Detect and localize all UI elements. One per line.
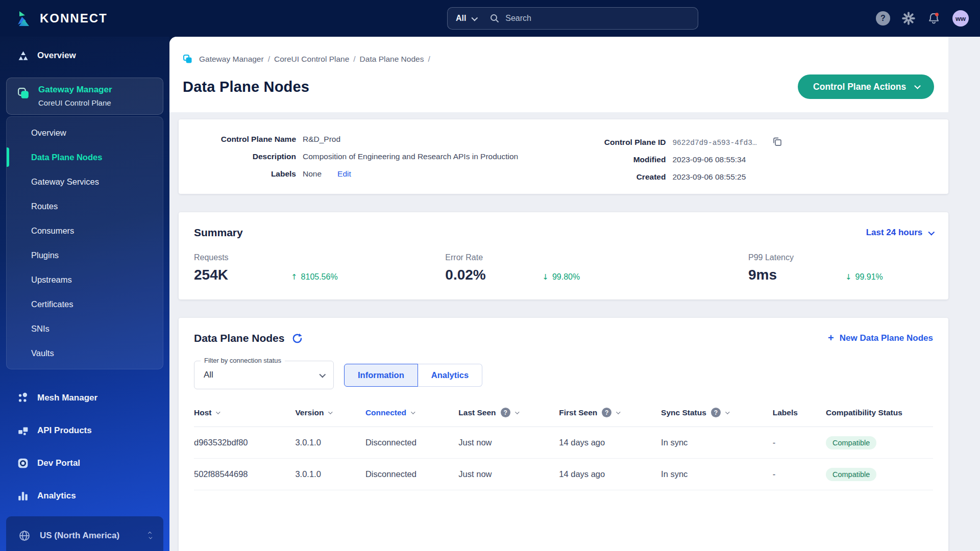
column-label: Last Seen (458, 408, 496, 417)
control-plane-info-card: Control Plane Name R&D_Prod Description … (179, 119, 948, 194)
column-header-sync-status[interactable]: Sync Status? (661, 408, 773, 417)
info-label: Control Plane ID (600, 138, 666, 147)
metric-requests: Requests254K↑8105.56% (194, 253, 445, 283)
breadcrumb-segment-gateway-manager[interactable]: Gateway Manager (199, 55, 264, 64)
edit-labels-link[interactable]: Edit (337, 169, 351, 179)
gateway-manager-title: Gateway Manager (38, 85, 112, 95)
column-header-compatibility-status[interactable]: Compatibility Status (826, 408, 933, 417)
chevron-down-icon (915, 83, 921, 89)
column-header-last-seen[interactable]: Last Seen? (458, 408, 559, 417)
globe-icon (18, 530, 31, 542)
breadcrumb-segment-data-plane-nodes[interactable]: Data Plane Nodes (360, 55, 424, 64)
search-input[interactable] (505, 14, 690, 23)
column-label: First Seen (559, 408, 597, 417)
table-row[interactable]: d963532bdf803.0.1.0DisconnectedJust now1… (194, 427, 933, 459)
gateway-submenu: OverviewData Plane NodesGateway Services… (6, 116, 163, 369)
region-sort-icon (149, 532, 151, 539)
control-plane-icon (183, 54, 193, 64)
table-header: HostVersionConnectedLast Seen?First Seen… (194, 408, 933, 427)
sidebar-gateway-manager[interactable]: Gateway Manager CoreUI Control Plane (6, 78, 163, 115)
region-label: US (North America) (40, 531, 119, 541)
metric-change: ↓99.80% (542, 272, 580, 282)
gear-icon[interactable] (902, 12, 915, 25)
tab-information[interactable]: Information (344, 364, 418, 387)
data-plane-nodes-card: Data Plane Nodes + New Data Plane Nodes … (179, 318, 948, 551)
control-plane-actions-button[interactable]: Control Plane Actions (798, 74, 934, 99)
arrow-down-icon: ↓ (845, 272, 852, 282)
sidebar-item-snis[interactable]: SNIs (7, 316, 163, 341)
filter-label: Filter by connection status (201, 357, 285, 364)
summary-card: Summary Last 24 hours Requests254K↑8105.… (179, 212, 948, 299)
user-avatar[interactable]: ww (952, 10, 969, 27)
sidebar-item-api-products[interactable]: API Products (0, 414, 169, 447)
sidebar-item-gateway-services[interactable]: Gateway Services (7, 169, 163, 194)
column-label: Connected (365, 408, 406, 417)
new-data-plane-nodes-button[interactable]: + New Data Plane Nodes (828, 333, 933, 344)
sidebar-item-consumers[interactable]: Consumers (7, 218, 163, 243)
chevron-down-icon (472, 14, 478, 20)
sidebar-item-overview[interactable]: Overview (7, 120, 163, 145)
connection-status-filter[interactable]: Filter by connection status All (194, 361, 334, 389)
refresh-icon[interactable] (291, 333, 303, 344)
sidebar-item-dev-portal[interactable]: Dev Portal (0, 447, 169, 480)
tab-analytics[interactable]: Analytics (418, 364, 482, 387)
info-row-id: Control Plane ID 9622d7d9-a593-4fd3… (600, 135, 933, 147)
copy-icon[interactable] (772, 136, 782, 146)
column-header-version[interactable]: Version (295, 408, 365, 417)
metric-change-value: 8105.56% (301, 272, 338, 282)
sidebar: Overview Gateway Manager CoreUI Control … (0, 37, 169, 551)
sidebar-item-mesh-manager[interactable]: Mesh Manager (0, 382, 169, 414)
help-icon[interactable]: ? (711, 408, 721, 417)
sidebar-item-data-plane-nodes[interactable]: Data Plane Nodes (7, 145, 163, 169)
chevron-down-icon (320, 371, 326, 377)
search-scope-dropdown[interactable]: All (456, 14, 489, 23)
column-header-host[interactable]: Host (194, 408, 295, 417)
help-icon[interactable]: ? (501, 408, 510, 417)
sidebar-item-plugins[interactable]: Plugins (7, 243, 163, 267)
sort-chevron-icon (411, 410, 415, 414)
breadcrumb-segment-coreui-control-plane[interactable]: CoreUI Control Plane (274, 55, 349, 64)
region-selector[interactable]: US (North America) (6, 516, 163, 551)
column-label: Compatibility Status (826, 408, 902, 417)
column-label: Sync Status (661, 408, 706, 417)
info-label: Description (194, 152, 296, 161)
title-row: Data Plane Nodes Control Plane Actions (183, 74, 934, 99)
page-header: Gateway Manager/CoreUI Control Plane/Dat… (169, 37, 948, 112)
info-label: Modified (600, 155, 666, 164)
metric-label: P99 Latency (748, 253, 933, 262)
sidebar-item-overview[interactable]: Overview (0, 44, 169, 67)
sort-chevron-icon (725, 410, 729, 414)
control-plane-name-value: R&D_Prod (303, 135, 340, 144)
sidebar-item-vaults[interactable]: Vaults (7, 341, 163, 365)
column-header-first-seen[interactable]: First Seen? (559, 408, 661, 417)
sidebar-item-upstreams[interactable]: Upstreams (7, 267, 163, 292)
sort-chevron-icon (329, 410, 333, 414)
notification-bell-icon[interactable] (927, 12, 941, 26)
overview-icon (17, 50, 29, 62)
new-data-plane-nodes-label: New Data Plane Nodes (840, 333, 933, 343)
compatibility-badge: Compatible (826, 468, 876, 481)
sidebar-item-certificates[interactable]: Certificates (7, 292, 163, 316)
metric-label: Error Rate (445, 253, 748, 262)
summary-title: Summary (194, 227, 243, 239)
table-row[interactable]: 502f885446983.0.1.0DisconnectedJust now1… (194, 459, 933, 490)
breadcrumb-separator: / (428, 55, 430, 64)
metric-value: 254K (194, 267, 291, 283)
column-header-labels[interactable]: Labels (773, 408, 826, 417)
time-range-value: Last 24 hours (866, 228, 923, 238)
sidebar-item-label: API Products (37, 425, 92, 436)
konnect-logo[interactable]: KONNECT (13, 0, 108, 37)
labels-value: None (303, 169, 322, 179)
sidebar-item-routes[interactable]: Routes (7, 194, 163, 218)
help-icon[interactable]: ? (602, 408, 611, 417)
arrow-down-icon: ↓ (542, 272, 549, 282)
column-header-connected[interactable]: Connected (365, 408, 458, 417)
time-range-dropdown[interactable]: Last 24 hours (866, 228, 933, 238)
gateway-manager-icon (17, 87, 31, 107)
metric-value: 9ms (748, 267, 845, 283)
column-label: Version (295, 408, 324, 417)
sidebar-item-analytics[interactable]: Analytics (0, 480, 169, 512)
help-icon[interactable]: ? (876, 11, 890, 26)
sidebar-item-label: Analytics (37, 491, 76, 501)
konnect-logo-icon (13, 9, 33, 28)
